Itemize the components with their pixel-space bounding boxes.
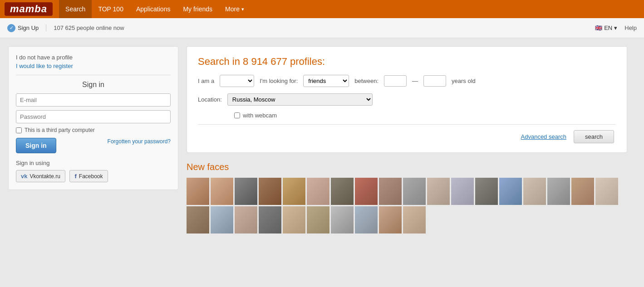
third-party-row: This is a third party computer — [16, 127, 171, 133]
signin-btn-row: Sign in Forgotten your password? — [16, 138, 171, 153]
face-thumbnail[interactable] — [427, 178, 450, 205]
no-profile-text: I do not have a profile — [16, 54, 171, 61]
face-thumbnail[interactable] — [235, 206, 257, 233]
help-link[interactable]: Help — [624, 24, 637, 31]
face-thumbnail[interactable] — [547, 178, 570, 205]
location-select[interactable]: Russia, Moscow — [227, 93, 373, 106]
vkontakte-label: Vkontakte.ru — [29, 173, 60, 180]
sidebar-box: I do not have a profile I would like to … — [8, 46, 178, 190]
sidebar: I do not have a profile I would like to … — [8, 46, 178, 233]
signin-using-label: Sign in using — [16, 160, 171, 166]
forgotten-password-link[interactable]: Forgotten your password? — [108, 138, 171, 146]
face-thumbnail[interactable] — [475, 178, 498, 205]
face-thumbnail[interactable] — [523, 178, 546, 205]
face-thumbnail[interactable] — [259, 206, 281, 233]
age-dash: — — [412, 78, 418, 84]
nav-item-myfriends[interactable]: My friends — [177, 0, 219, 18]
face-thumbnail[interactable] — [379, 206, 402, 233]
signup-label: Sign Up — [18, 24, 39, 31]
face-thumbnail[interactable] — [283, 178, 305, 205]
face-thumbnail[interactable] — [307, 178, 329, 205]
signup-button[interactable]: ✓ Sign Up — [7, 24, 39, 32]
webcam-checkbox[interactable] — [234, 112, 240, 118]
language-label: EN — [604, 24, 612, 31]
facebook-icon: f — [74, 173, 76, 180]
vkontakte-signin-button[interactable]: vk Vkontakte.ru — [16, 170, 65, 182]
top-navigation: mamba Search TOP 100 Applications My fri… — [0, 0, 644, 18]
face-thumbnail[interactable] — [403, 206, 426, 233]
nav-item-top100[interactable]: TOP 100 — [92, 0, 130, 18]
webcam-row: with webcam — [198, 112, 616, 119]
face-thumbnail[interactable] — [211, 206, 233, 233]
flag-icon: 🇬🇧 — [595, 24, 602, 31]
faces-grid — [187, 178, 627, 233]
face-thumbnail[interactable] — [403, 178, 426, 205]
subbar: ✓ Sign Up 107 625 people online now 🇬🇧 E… — [0, 18, 644, 38]
face-thumbnail[interactable] — [331, 206, 354, 233]
years-old-label: years old — [452, 78, 476, 84]
face-thumbnail[interactable] — [187, 206, 209, 233]
signin-button[interactable]: Sign in — [16, 138, 56, 153]
looking-for-label: I'm looking for: — [260, 78, 298, 84]
i-am-a-select[interactable]: man woman — [220, 75, 254, 87]
face-thumbnail[interactable] — [307, 206, 329, 233]
signin-title: Sign in — [16, 81, 171, 89]
vk-icon: vk — [21, 173, 27, 180]
face-thumbnail[interactable] — [283, 206, 305, 233]
register-link[interactable]: I would like to register — [16, 63, 73, 69]
main-content: I do not have a profile I would like to … — [0, 38, 635, 233]
search-divider — [198, 124, 616, 125]
face-thumbnail[interactable] — [499, 178, 522, 205]
i-am-a-label: I am a — [198, 78, 214, 84]
face-thumbnail[interactable] — [451, 178, 474, 205]
new-faces-title: New faces — [187, 162, 627, 172]
face-thumbnail[interactable] — [379, 178, 402, 205]
search-title: Search in 8 914 677 profiles: — [198, 56, 616, 68]
face-thumbnail[interactable] — [355, 206, 378, 233]
nav-item-applications[interactable]: Applications — [130, 0, 177, 18]
site-logo[interactable]: mamba — [5, 2, 53, 16]
chevron-down-icon: ▾ — [614, 24, 617, 31]
facebook-signin-button[interactable]: f Facebook — [69, 170, 108, 182]
search-panel: Search in 8 914 677 profiles: I am a man… — [187, 46, 627, 153]
nav-item-more[interactable]: More — [219, 0, 251, 18]
new-faces-section: New faces — [187, 162, 627, 233]
age-from-input[interactable]: 22 — [384, 75, 407, 87]
right-panel: Search in 8 914 677 profiles: I am a man… — [187, 46, 627, 233]
age-to-input[interactable]: 35 — [423, 75, 446, 87]
signup-check-icon: ✓ — [7, 24, 15, 32]
face-thumbnail[interactable] — [259, 178, 281, 205]
face-thumbnail[interactable] — [235, 178, 257, 205]
search-actions: Advanced search search — [198, 130, 616, 143]
face-thumbnail[interactable] — [331, 178, 354, 205]
face-thumbnail[interactable] — [355, 178, 378, 205]
nav-item-search[interactable]: Search — [59, 0, 92, 18]
advanced-search-link[interactable]: Advanced search — [521, 133, 566, 140]
webcam-label: with webcam — [243, 112, 277, 119]
face-thumbnail[interactable] — [187, 178, 209, 205]
between-label: between: — [354, 78, 379, 84]
facebook-label: Facebook — [79, 173, 103, 180]
third-party-label: This is a third party computer — [25, 127, 95, 133]
location-row: Location: Russia, Moscow — [198, 93, 616, 106]
email-field[interactable] — [16, 93, 171, 107]
social-buttons: vk Vkontakte.ru f Facebook — [16, 170, 171, 182]
looking-for-select[interactable]: friends relationship chat flirt — [303, 75, 349, 87]
search-form-row-1: I am a man woman I'm looking for: friend… — [198, 75, 616, 87]
third-party-checkbox[interactable] — [16, 127, 22, 133]
online-count: 107 625 people online now — [46, 24, 124, 31]
subbar-right: 🇬🇧 EN ▾ Help — [595, 24, 637, 31]
face-thumbnail[interactable] — [571, 178, 594, 205]
face-thumbnail[interactable] — [211, 178, 233, 205]
location-label: Location: — [198, 96, 222, 103]
sidebar-divider — [16, 75, 171, 75]
password-field[interactable] — [16, 110, 171, 123]
face-thumbnail[interactable] — [595, 178, 618, 205]
search-button[interactable]: search — [574, 130, 614, 143]
language-selector[interactable]: 🇬🇧 EN ▾ — [595, 24, 617, 31]
